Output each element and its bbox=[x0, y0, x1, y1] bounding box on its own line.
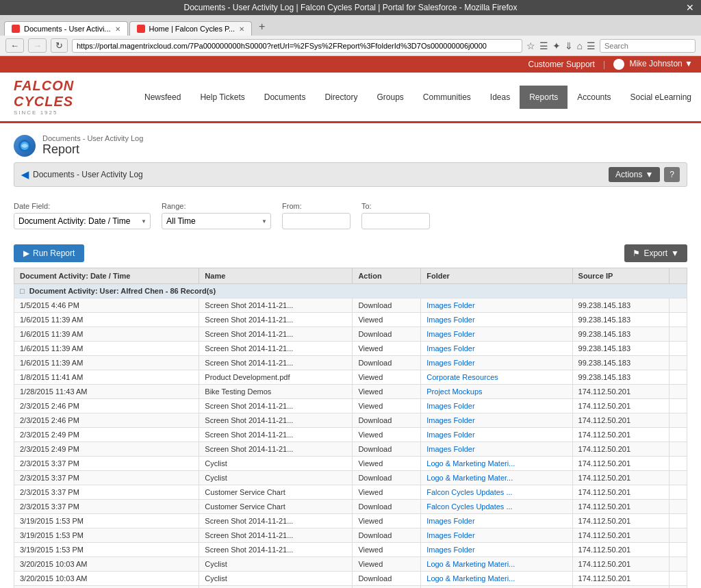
range-select[interactable]: All Time bbox=[162, 213, 271, 229]
cell-folder[interactable]: Logo & Marketing Materi... bbox=[421, 457, 572, 471]
cell-extra bbox=[670, 385, 687, 399]
cell-folder[interactable]: Images Folder bbox=[421, 342, 572, 356]
cell-folder[interactable]: Images Folder bbox=[421, 428, 572, 442]
date-field-select[interactable]: Document Activity: Date / Time bbox=[14, 213, 151, 229]
cell-extra bbox=[670, 428, 687, 442]
cell-folder[interactable]: Logo & Marketing Mater... bbox=[421, 471, 572, 485]
folder-link[interactable]: Images Folder bbox=[426, 431, 474, 439]
cell-folder[interactable]: Logo & Marketing Materi... bbox=[421, 586, 572, 589]
customer-support-link[interactable]: Customer Support bbox=[528, 60, 595, 69]
nav-item-documents[interactable]: Documents bbox=[255, 86, 316, 109]
cell-folder[interactable]: Images Folder bbox=[421, 528, 572, 543]
table-row: 3/20/2015 10:03 AM Cyclist Viewed Logo &… bbox=[14, 557, 687, 572]
folder-link[interactable]: Images Folder bbox=[426, 445, 474, 453]
cell-folder[interactable]: Images Folder bbox=[421, 413, 572, 428]
cell-date: 3/19/2015 1:53 PM bbox=[14, 543, 199, 557]
forward-button[interactable]: → bbox=[28, 38, 47, 53]
group-collapse-icon[interactable]: □ bbox=[20, 287, 25, 295]
table-body: □ Document Activity: User: Alfred Chen -… bbox=[14, 284, 687, 589]
nav-item-accounts[interactable]: Accounts bbox=[568, 86, 620, 109]
pocket-icon[interactable]: ✦ bbox=[552, 40, 561, 51]
folder-link[interactable]: Corporate Resources bbox=[426, 373, 498, 381]
range-wrapper: All Time bbox=[162, 213, 271, 229]
back-button[interactable]: ← bbox=[5, 38, 24, 53]
nav-item-reports[interactable]: Reports bbox=[520, 86, 568, 109]
tab-close-1[interactable]: ✕ bbox=[115, 25, 120, 33]
cell-folder[interactable]: Images Folder bbox=[421, 399, 572, 413]
from-input[interactable] bbox=[282, 213, 350, 229]
new-tab-button[interactable]: + bbox=[253, 18, 270, 36]
refresh-button[interactable]: ↻ bbox=[51, 38, 68, 53]
tab-close-2[interactable]: ✕ bbox=[239, 25, 244, 33]
group-header-cell: □ Document Activity: User: Alfred Chen -… bbox=[14, 284, 687, 298]
cell-folder[interactable]: Project Mockups bbox=[421, 385, 572, 399]
folder-link[interactable]: Images Folder bbox=[426, 344, 474, 353]
folder-link[interactable]: Logo & Marketing Materi... bbox=[426, 459, 515, 468]
cell-name: Screen Shot 2014-11-21... bbox=[199, 514, 353, 528]
cell-folder[interactable]: Images Folder bbox=[421, 313, 572, 327]
nav-item-social-elearning[interactable]: Social eLearning bbox=[621, 86, 701, 109]
folder-link[interactable]: Images Folder bbox=[426, 316, 474, 324]
browser-close-button[interactable]: ✕ bbox=[686, 2, 694, 13]
folder-link[interactable]: Project Mockups bbox=[426, 387, 482, 396]
from-label: From: bbox=[282, 202, 350, 210]
folder-link[interactable]: Images Folder bbox=[426, 546, 474, 554]
nav-item-ideas[interactable]: Ideas bbox=[481, 86, 520, 109]
cell-date: 3/20/2015 10:03 AM bbox=[14, 586, 199, 589]
cell-extra bbox=[670, 586, 687, 589]
folder-link[interactable]: Falcon Cycles Updates ... bbox=[426, 502, 512, 511]
nav-item-groups[interactable]: Groups bbox=[367, 86, 413, 109]
nav-item-communities[interactable]: Communities bbox=[413, 86, 481, 109]
cell-ip: 174.112.50.201 bbox=[572, 543, 670, 557]
cell-date: 3/19/2015 1:53 PM bbox=[14, 528, 199, 543]
help-button[interactable]: ? bbox=[664, 167, 680, 182]
folder-link[interactable]: Logo & Marketing Materi... bbox=[426, 560, 515, 568]
folder-link[interactable]: Images Folder bbox=[426, 416, 474, 424]
reader-icon[interactable]: ☰ bbox=[539, 40, 548, 51]
cell-folder[interactable]: Images Folder bbox=[421, 298, 572, 313]
folder-link[interactable]: Images Folder bbox=[426, 531, 474, 539]
cell-folder[interactable]: Logo & Marketing Materi... bbox=[421, 557, 572, 572]
tab-favicon-2 bbox=[137, 25, 145, 33]
cell-folder[interactable]: Images Folder bbox=[421, 327, 572, 342]
export-button[interactable]: ⚑ Export ▼ bbox=[624, 244, 687, 262]
report-title-area: Documents - User Activity Log Report bbox=[42, 134, 143, 157]
table-row: 2/3/2015 3:37 PM Cyclist Download Logo &… bbox=[14, 471, 687, 485]
home-icon[interactable]: ⌂ bbox=[577, 40, 583, 51]
browser-tab-2[interactable]: Home | Falcon Cycles P... ✕ bbox=[129, 21, 253, 36]
run-report-button[interactable]: ▶ Run Report bbox=[14, 244, 84, 262]
folder-link[interactable]: Images Folder bbox=[426, 301, 474, 309]
folder-link[interactable]: Logo & Marketing Mater... bbox=[426, 474, 513, 482]
actions-button[interactable]: Actions ▼ bbox=[609, 167, 660, 182]
folder-link[interactable]: Images Folder bbox=[426, 517, 474, 525]
cell-folder[interactable]: Images Folder bbox=[421, 356, 572, 370]
cell-folder[interactable]: Logo & Marketing Materi... bbox=[421, 572, 572, 586]
folder-link[interactable]: Falcon Cycles Updates ... bbox=[426, 488, 512, 496]
cell-extra bbox=[670, 327, 687, 342]
download-icon[interactable]: ⇓ bbox=[565, 40, 573, 51]
table-row: 1/6/2015 11:39 AM Screen Shot 2014-11-21… bbox=[14, 327, 687, 342]
nav-item-newsfeed[interactable]: Newsfeed bbox=[135, 86, 190, 109]
user-menu[interactable]: Mike Johnston ▼ bbox=[613, 59, 693, 70]
cell-name: Customer Service Chart bbox=[199, 485, 353, 500]
search-input[interactable] bbox=[600, 39, 696, 53]
folder-link[interactable]: Images Folder bbox=[426, 402, 474, 410]
to-input[interactable] bbox=[361, 213, 430, 229]
folder-link[interactable]: Images Folder bbox=[426, 330, 474, 338]
cell-folder[interactable]: Images Folder bbox=[421, 543, 572, 557]
star-icon[interactable]: ☆ bbox=[526, 40, 535, 51]
cell-folder[interactable]: Falcon Cycles Updates ... bbox=[421, 500, 572, 514]
breadcrumb-back-icon[interactable]: ◀ bbox=[21, 169, 29, 180]
menu-icon[interactable]: ☰ bbox=[587, 40, 596, 51]
run-icon: ▶ bbox=[23, 248, 29, 258]
cell-folder[interactable]: Corporate Resources bbox=[421, 370, 572, 385]
folder-link[interactable]: Logo & Marketing Materi... bbox=[426, 574, 515, 583]
cell-folder[interactable]: Images Folder bbox=[421, 514, 572, 528]
browser-tab-1[interactable]: Documents - User Activi... ✕ bbox=[4, 21, 128, 36]
nav-item-directory[interactable]: Directory bbox=[315, 86, 367, 109]
nav-item-help-tickets[interactable]: Help Tickets bbox=[190, 86, 254, 109]
cell-folder[interactable]: Images Folder bbox=[421, 442, 572, 457]
folder-link[interactable]: Images Folder bbox=[426, 359, 474, 367]
cell-folder[interactable]: Falcon Cycles Updates ... bbox=[421, 485, 572, 500]
address-bar[interactable] bbox=[72, 39, 522, 53]
